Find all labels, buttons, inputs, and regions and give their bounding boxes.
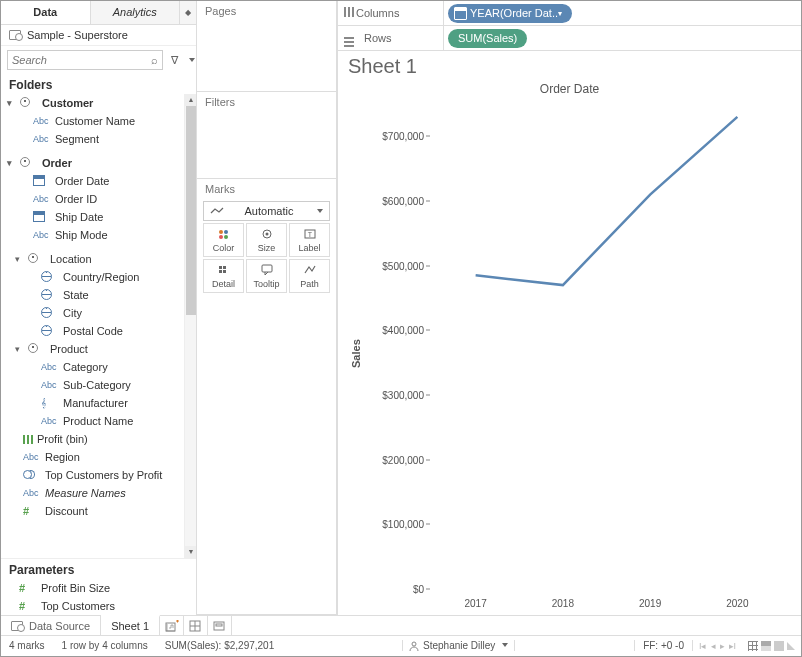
field-segment[interactable]: AbcSegment <box>1 130 186 148</box>
param-profit-bin-size[interactable]: #Profit Bin Size <box>1 579 196 597</box>
new-dashboard-button[interactable] <box>184 616 208 635</box>
marks-type-label: Automatic <box>245 205 294 217</box>
rows-shelf[interactable]: SUM(Sales) <box>444 26 801 50</box>
sheet1-tab[interactable]: Sheet 1 <box>101 615 160 635</box>
marks-size-button[interactable]: Size <box>246 223 287 257</box>
field-label: Postal Code <box>63 325 123 337</box>
svg-text:T: T <box>307 231 312 238</box>
tab-data[interactable]: Data <box>1 1 91 24</box>
marks-tooltip-button[interactable]: Tooltip <box>246 259 287 293</box>
nav-icons: I◂ ◂ ▸ ▸I <box>693 641 742 651</box>
sheet-title[interactable]: Sheet 1 <box>338 51 801 82</box>
field-label: Order Date <box>55 175 109 187</box>
scroll-up-icon[interactable]: ▲ <box>185 94 196 106</box>
grid-view-icon[interactable] <box>748 641 758 651</box>
field-ship-mode[interactable]: AbcShip Mode <box>1 226 186 244</box>
marks-title: Marks <box>197 179 336 199</box>
tab-label: Data Source <box>29 620 90 632</box>
hist-icon <box>23 435 33 444</box>
shelves-panel: Pages Filters Marks Automatic Color Size… <box>197 1 338 615</box>
field-top-customers[interactable]: Top Customers by Profit <box>1 466 186 484</box>
folders-header: Folders <box>1 74 196 94</box>
pages-shelf[interactable]: Pages <box>196 0 337 92</box>
marks-label-button[interactable]: TLabel <box>289 223 330 257</box>
shelf-label-text: Columns <box>356 7 399 19</box>
search-box[interactable]: ⌕ <box>7 50 163 70</box>
field-product-name[interactable]: AbcProduct Name <box>1 412 186 430</box>
marks-type-dropdown[interactable]: Automatic <box>203 201 330 221</box>
field-customer-name[interactable]: AbcCustomer Name <box>1 112 186 130</box>
status-bar: 4 marks 1 row by 4 columns SUM(Sales): $… <box>1 635 801 655</box>
chart-grid[interactable]: $0$100,000$200,000$300,000$400,000$500,0… <box>364 98 791 609</box>
new-worksheet-button[interactable] <box>160 616 184 635</box>
field-postal[interactable]: Postal Code <box>1 322 186 340</box>
folder-order[interactable]: ▾Order <box>1 154 186 172</box>
field-ship-date[interactable]: Ship Date <box>1 208 186 226</box>
nav-first-icon[interactable]: I◂ <box>699 641 707 651</box>
field-state[interactable]: State <box>1 286 186 304</box>
field-measure-names[interactable]: AbcMeasure Names <box>1 484 186 502</box>
folder-product[interactable]: ▾Product <box>1 340 186 358</box>
field-order-date[interactable]: Order Date <box>1 172 186 190</box>
filter-icon[interactable]: ∇ <box>171 54 178 67</box>
datasource-row[interactable]: Sample - Superstore <box>1 25 196 46</box>
datasource-icon <box>9 30 21 40</box>
split-view-icon[interactable] <box>761 641 771 651</box>
field-label: Country/Region <box>63 271 139 283</box>
menu-caret-icon[interactable] <box>186 54 195 66</box>
svg-point-19 <box>412 642 416 646</box>
folder-label: Order <box>42 157 72 169</box>
scroll-down-icon[interactable]: ▼ <box>185 546 196 558</box>
field-region[interactable]: AbcRegion <box>1 448 186 466</box>
new-story-button[interactable] <box>208 616 232 635</box>
data-panel-scrollbar[interactable]: ▲ ▼ <box>184 94 196 558</box>
marks-path-button[interactable]: Path <box>289 259 330 293</box>
color-icon <box>217 227 231 241</box>
field-country[interactable]: Country/Region <box>1 268 186 286</box>
field-label: Manufacturer <box>63 397 128 409</box>
abc-icon: Abc <box>33 116 51 126</box>
field-category[interactable]: AbcCategory <box>1 358 186 376</box>
columns-icon <box>344 7 350 19</box>
data-source-tab[interactable]: Data Source <box>1 616 101 635</box>
field-label: Sub-Category <box>63 379 131 391</box>
nav-next-icon[interactable]: ▸ <box>720 641 725 651</box>
field-subcategory[interactable]: AbcSub-Category <box>1 376 186 394</box>
y-axis-label: Sales <box>348 98 364 609</box>
status-sum: SUM(Sales): $2,297,201 <box>157 640 284 651</box>
nav-last-icon[interactable]: ▸I <box>729 641 737 651</box>
nav-prev-icon[interactable]: ◂ <box>711 641 716 651</box>
abc-icon: Abc <box>33 230 51 240</box>
full-view-icon[interactable] <box>774 641 784 651</box>
field-label: Category <box>63 361 108 373</box>
columns-shelf[interactable]: YEAR(Order Dat..▾ <box>444 1 801 25</box>
param-top-customers[interactable]: #Top Customers <box>1 597 196 615</box>
marks-card: Marks Automatic Color Size TLabel Detail… <box>196 178 337 615</box>
field-discount[interactable]: #Discount <box>1 502 186 520</box>
marks-detail-button[interactable]: Detail <box>203 259 244 293</box>
abc-icon: Abc <box>41 416 59 426</box>
field-label: Profit (bin) <box>37 433 88 445</box>
field-profit-bin[interactable]: Profit (bin) <box>1 430 186 448</box>
filters-title: Filters <box>197 92 336 112</box>
svg-rect-10 <box>219 270 222 273</box>
folder-customer[interactable]: ▾Customer <box>1 94 186 112</box>
filters-shelf[interactable]: Filters <box>196 91 337 179</box>
field-manufacturer[interactable]: 𝄞Manufacturer <box>1 394 186 412</box>
data-panel-tabs: Data Analytics ◆ <box>1 1 196 25</box>
columns-pill[interactable]: YEAR(Order Dat..▾ <box>448 4 572 23</box>
user-menu[interactable]: Stephanie Dilley <box>402 640 515 651</box>
rows-shelf-row: Rows SUM(Sales) <box>338 26 801 51</box>
folder-location[interactable]: ▾Location <box>1 250 186 268</box>
field-city[interactable]: City <box>1 304 186 322</box>
search-row: ⌕ ∇ <box>1 46 196 74</box>
resize-handle-icon[interactable] <box>787 642 795 650</box>
field-order-id[interactable]: AbcOrder ID <box>1 190 186 208</box>
data-panel-caret[interactable]: ◆ <box>180 1 196 24</box>
rows-pill[interactable]: SUM(Sales) <box>448 29 527 48</box>
search-input[interactable] <box>12 54 151 66</box>
marks-color-button[interactable]: Color <box>203 223 244 257</box>
scrollbar-thumb[interactable] <box>186 106 196 315</box>
hash-icon: # <box>23 505 41 517</box>
tab-analytics[interactable]: Analytics <box>91 1 181 24</box>
